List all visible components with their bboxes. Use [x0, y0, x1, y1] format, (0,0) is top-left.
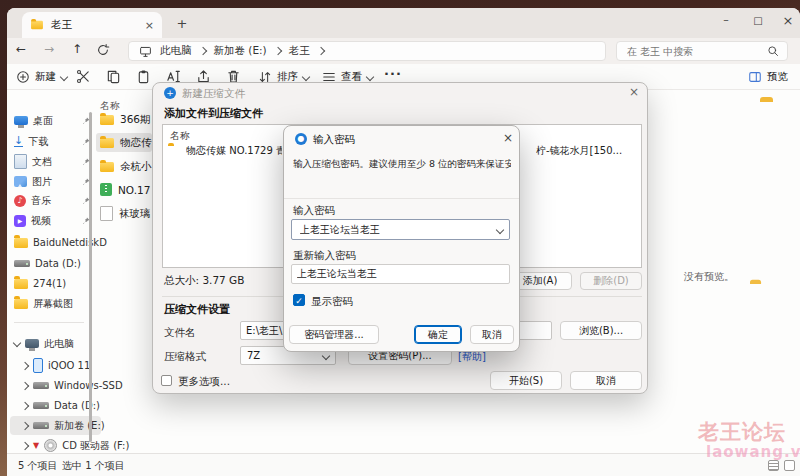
- ok-button[interactable]: 确定: [414, 325, 462, 344]
- sidebar-item-label: Data (D:): [35, 258, 81, 269]
- new-button-label: 新建: [35, 70, 56, 84]
- sidebar-item-label: 此电脑: [44, 337, 74, 351]
- view-details-toggle[interactable]: [768, 460, 779, 471]
- expander-right-icon[interactable]: [21, 401, 29, 409]
- copy-button[interactable]: [106, 69, 121, 84]
- file-name: 余杭小: [120, 160, 152, 174]
- sidebar-item-videos[interactable]: ▶ 视频: [10, 211, 93, 230]
- expander-down-icon[interactable]: [13, 338, 21, 346]
- new-button[interactable]: 新建: [16, 68, 67, 86]
- file-row-selected[interactable]: 物恋传: [100, 136, 152, 150]
- sidebar-item-baidunetdisk[interactable]: BaiduNetdiskD: [10, 233, 93, 252]
- breadcrumb-separator-icon: [198, 47, 206, 55]
- cut-button[interactable]: [76, 69, 91, 84]
- forward-button[interactable]: →: [40, 42, 58, 60]
- confirm-password-input[interactable]: [291, 264, 510, 284]
- file-name: 物恋传: [120, 136, 152, 150]
- tab-laowang[interactable]: 老王 ×: [22, 12, 162, 38]
- paste-button[interactable]: [136, 69, 151, 84]
- downloads-icon: ↓: [14, 136, 23, 147]
- pictures-icon: [14, 176, 27, 187]
- minimize-button[interactable]: –: [712, 10, 740, 32]
- status-selected-count: 选中 1 个项目: [62, 459, 125, 473]
- file-row[interactable]: 袜玻璃: [100, 206, 151, 221]
- format-value: 7Z: [247, 350, 260, 361]
- expander-right-icon[interactable]: [21, 381, 29, 389]
- breadcrumb-drive[interactable]: 新加卷 (E:): [214, 44, 267, 58]
- sidebar-item-new-volume-e[interactable]: 新加卷 (E:): [10, 416, 101, 435]
- tab-close-icon[interactable]: ×: [145, 19, 154, 32]
- preview-message: 没有预览。: [684, 270, 734, 284]
- tab-folder-icon: [31, 21, 43, 30]
- sidebar-item-label: 下载: [28, 135, 48, 149]
- breadcrumb-separator-icon: [316, 47, 324, 55]
- phone-icon: [33, 358, 43, 373]
- password-dialog-icon: ●: [295, 133, 307, 145]
- expander-right-icon[interactable]: [21, 421, 29, 429]
- archive-dialog-close-icon[interactable]: ×: [626, 84, 642, 100]
- folder-icon: [100, 115, 114, 125]
- sidebar-item-windows-ssd[interactable]: Windows-SSD: [10, 376, 101, 395]
- expander-right-icon[interactable]: [21, 441, 29, 449]
- sidebar-item-label: 文档: [32, 155, 52, 169]
- archive-cancel-button[interactable]: 取消: [570, 371, 642, 390]
- music-icon: ♪: [14, 195, 26, 207]
- password-input[interactable]: [298, 223, 487, 236]
- sidebar-scrollbar[interactable]: [89, 112, 92, 442]
- format-label: 压缩格式: [164, 350, 206, 364]
- column-header-name[interactable]: 名称: [100, 99, 120, 113]
- breadcrumb-folder[interactable]: 老王: [289, 44, 310, 58]
- sidebar-item-label: 屏幕截图: [33, 297, 73, 311]
- browse-button[interactable]: 浏览(B)...: [560, 321, 642, 340]
- password-cancel-button[interactable]: 取消: [470, 325, 514, 344]
- sidebar-item-documents[interactable]: 文档: [10, 152, 93, 171]
- cd-icon: [44, 439, 57, 452]
- sidebar-item-downloads[interactable]: ↓ 下载: [10, 132, 93, 151]
- file-row[interactable]: NO.17: [100, 183, 150, 196]
- sidebar-item-274[interactable]: 274(1): [10, 274, 93, 293]
- password-manager-button[interactable]: 密码管理器...: [289, 325, 379, 344]
- videos-icon: ▶: [14, 215, 26, 227]
- sidebar-item-this-pc[interactable]: 此电脑: [10, 334, 93, 353]
- sidebar-item-data-d[interactable]: Data (D:): [10, 254, 93, 273]
- sidebar-item-screenshots[interactable]: 屏幕截图: [10, 294, 93, 313]
- sidebar-item-desktop[interactable]: 桌面: [10, 111, 93, 130]
- archive-file-icon: [100, 183, 112, 196]
- close-button[interactable]: ×: [776, 10, 800, 32]
- file-row[interactable]: 余杭小: [100, 160, 152, 174]
- view-thumbnails-toggle[interactable]: [784, 460, 795, 471]
- chevron-down-icon: [322, 351, 330, 359]
- breadcrumb-this-pc[interactable]: 此电脑: [160, 44, 192, 58]
- password-combo[interactable]: [291, 219, 510, 240]
- breadcrumb[interactable]: 此电脑 新加卷 (E:) 老王: [128, 41, 606, 61]
- search-input[interactable]: [625, 45, 759, 58]
- refresh-button[interactable]: [96, 43, 112, 59]
- remove-files-button[interactable]: 删除(D): [580, 272, 642, 290]
- expander-right-icon[interactable]: [21, 361, 29, 369]
- folder-icon: [100, 138, 114, 148]
- back-button[interactable]: ←: [12, 42, 30, 60]
- file-row[interactable]: 366期: [100, 113, 151, 127]
- sidebar-item-music[interactable]: ♪ 音乐: [10, 191, 93, 210]
- new-tab-button[interactable]: +: [172, 14, 192, 34]
- tab-title: 老王: [51, 18, 72, 32]
- search-box[interactable]: [616, 41, 788, 61]
- sidebar-item-label: Data (D:): [54, 400, 100, 411]
- drive-icon: [33, 422, 49, 429]
- sidebar-item-iqoo11[interactable]: iQOO 11: [10, 356, 101, 375]
- help-link[interactable]: [帮助]: [458, 350, 486, 364]
- file-name: 袜玻璃: [119, 207, 151, 221]
- show-password-checkbox[interactable]: ✓: [293, 294, 305, 306]
- more-button[interactable]: ···: [384, 66, 402, 81]
- more-options-label: 更多选项...: [178, 375, 230, 389]
- preview-toggle-button[interactable]: 预览: [748, 68, 788, 86]
- up-button[interactable]: ↑: [68, 42, 86, 60]
- sidebar-item-pictures[interactable]: 图片: [10, 172, 93, 191]
- sidebar-item-data-d-drive[interactable]: Data (D:): [10, 396, 101, 415]
- sidebar-item-cd-drive[interactable]: ▼ CD 驱动器 (F:): [10, 436, 101, 455]
- more-options-checkbox[interactable]: [161, 375, 172, 386]
- status-bar: [7, 453, 800, 476]
- start-button[interactable]: 开始(S): [490, 371, 562, 390]
- maximize-button[interactable]: □: [744, 10, 772, 32]
- password-dialog-close-icon[interactable]: ×: [500, 130, 516, 146]
